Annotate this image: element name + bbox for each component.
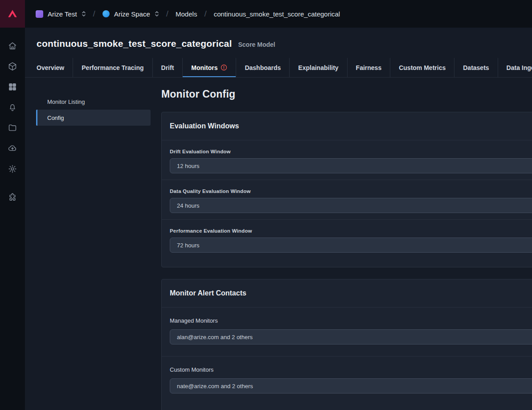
breadcrumb-separator: / xyxy=(166,9,168,19)
subnav-item-config[interactable]: Config xyxy=(36,110,151,126)
field-label: Performance Evaluation Window xyxy=(170,228,532,234)
tab-custom-metrics[interactable]: Custom Metrics xyxy=(390,58,454,77)
monitor-alert-contacts-card: Monitor Alert Contacts Managed Monitors … xyxy=(161,279,532,410)
tab-label: Drift xyxy=(161,64,174,71)
alerts-bell-icon[interactable] xyxy=(8,102,17,112)
sidebar xyxy=(0,28,25,410)
tab-label: Dashboards xyxy=(245,64,281,71)
tab-label: Overview xyxy=(37,64,64,71)
custom-monitors-contacts-input[interactable] xyxy=(170,378,532,394)
tab-monitors[interactable]: Monitors xyxy=(182,58,236,77)
card-title: Evaluation Windows xyxy=(162,112,532,140)
field-custom-monitors: Custom Monitors xyxy=(162,356,532,405)
drift-eval-window-input[interactable] xyxy=(170,158,532,173)
page-title: continuous_smoke_test_score_categorical xyxy=(37,38,232,49)
tab-label: Datasets xyxy=(463,64,489,71)
topbar: Arize Test / Arize Space / Models / cont… xyxy=(0,0,532,28)
integrations-puzzle-icon[interactable] xyxy=(8,193,17,202)
breadcrumb-models[interactable]: Models xyxy=(176,10,197,18)
org-name: Arize Test xyxy=(48,10,77,18)
evaluation-windows-card: Evaluation Windows Drift Evaluation Wind… xyxy=(161,112,532,267)
tab-label: Custom Metrics xyxy=(399,64,446,71)
performance-eval-window-input[interactable] xyxy=(170,238,532,253)
home-icon[interactable] xyxy=(8,41,17,51)
space-name: Arize Space xyxy=(114,10,150,18)
breadcrumb-separator: / xyxy=(204,9,206,19)
tab-label: Data Ingestion xyxy=(507,64,532,71)
field-data-quality-eval-window: Data Quality Evaluation Window xyxy=(162,180,532,219)
models-cube-icon[interactable] xyxy=(8,62,17,71)
tab-drift[interactable]: Drift xyxy=(152,58,183,77)
dashboards-grid-icon[interactable] xyxy=(8,82,17,92)
tab-bar: Overview Performance Tracing Drift Monit… xyxy=(25,58,532,78)
tab-overview[interactable]: Overview xyxy=(37,58,73,77)
subnav-item-monitor-listing[interactable]: Monitor Listing xyxy=(36,94,151,110)
subnav-item-label: Config xyxy=(47,115,64,121)
content: continuous_smoke_test_score_categorical … xyxy=(25,28,532,410)
managed-monitors-contacts-input[interactable] xyxy=(170,329,532,344)
projects-folder-icon[interactable] xyxy=(8,123,17,133)
field-drift-eval-window: Drift Evaluation Window xyxy=(162,140,532,180)
monitor-config-title: Monitor Config xyxy=(161,88,532,100)
org-selector[interactable]: Arize Test xyxy=(36,10,86,18)
tab-data-ingestion[interactable]: Data Ingestion xyxy=(498,58,532,77)
upload-cloud-icon[interactable] xyxy=(8,144,17,153)
space-selector[interactable]: Arize Space xyxy=(102,10,159,18)
model-type-badge: Score Model xyxy=(238,41,275,48)
settings-gear-icon[interactable] xyxy=(8,164,17,174)
arize-logo[interactable] xyxy=(0,0,25,28)
tab-label: Performance Tracing xyxy=(82,64,143,71)
field-label: Drift Evaluation Window xyxy=(170,149,532,154)
field-label: Data Quality Evaluation Window xyxy=(170,189,532,194)
org-icon xyxy=(36,10,43,18)
card-title: Monitor Alert Contacts xyxy=(162,279,532,308)
field-performance-eval-window: Performance Evaluation Window xyxy=(162,219,532,259)
monitor-subnav: Monitor Listing Config xyxy=(25,78,161,410)
tab-fairness[interactable]: Fairness xyxy=(347,58,390,77)
tab-label: Monitors xyxy=(191,64,217,71)
tab-label: Explainability xyxy=(298,64,338,71)
data-quality-eval-window-input[interactable] xyxy=(170,198,532,213)
field-managed-monitors: Managed Monitors xyxy=(162,308,532,356)
model-header: continuous_smoke_test_score_categorical … xyxy=(25,28,532,78)
breadcrumb-separator: / xyxy=(93,9,95,19)
tab-datasets[interactable]: Datasets xyxy=(454,58,497,77)
space-icon xyxy=(102,10,110,17)
tab-performance-tracing[interactable]: Performance Tracing xyxy=(73,58,152,77)
tab-explainability[interactable]: Explainability xyxy=(289,58,347,77)
field-label: Managed Monitors xyxy=(170,317,532,324)
tab-label: Fairness xyxy=(356,64,382,71)
tab-dashboards[interactable]: Dashboards xyxy=(236,58,289,77)
subnav-item-label: Monitor Listing xyxy=(47,98,85,105)
field-label: Custom Monitors xyxy=(170,366,532,373)
breadcrumb-model-name: continuous_smoke_test_score_categorical xyxy=(214,10,340,18)
breadcrumb: Arize Test / Arize Space / Models / cont… xyxy=(36,9,340,19)
chevron-updown-icon xyxy=(155,10,159,17)
arize-logo-icon xyxy=(7,8,18,20)
main-panel: Monitor Config Evaluation Windows Drift … xyxy=(161,78,532,410)
chevron-updown-icon xyxy=(82,10,86,17)
warning-circle-icon xyxy=(221,64,227,71)
body-row: Monitor Listing Config Monitor Config Ev… xyxy=(25,78,532,410)
